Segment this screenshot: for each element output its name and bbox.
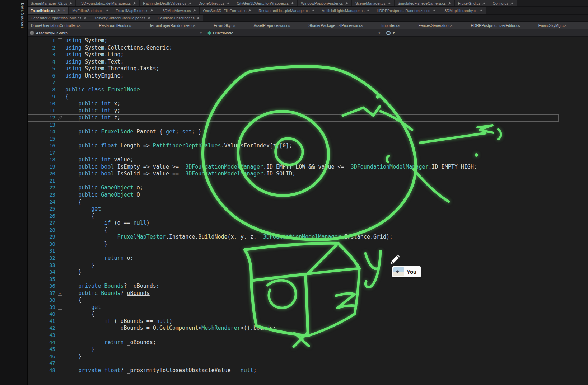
code-editor[interactable]: 1-using System;2using System.Collections…	[27, 37, 588, 385]
line-number[interactable]: 20	[27, 170, 55, 178]
pin-icon[interactable]	[479, 9, 482, 12]
code-line-32[interactable]: 32 return o;	[27, 255, 559, 262]
code-line-29[interactable]: 29 FruxelMapTester.Instance.BuildNode(x,…	[27, 234, 559, 241]
code-line-36[interactable]: 36 private Bounds? _oBounds;	[27, 283, 559, 290]
tab-fruxelmaptester-cs[interactable]: FruxelMapTester.cs	[112, 7, 157, 14]
line-number[interactable]: 12	[27, 114, 55, 122]
tab-generator2exportmaptools-cs[interactable]: Generator2ExportMapTools.cs	[27, 15, 90, 21]
fold-collapse-icon[interactable]: -	[58, 193, 62, 197]
code-line-15[interactable]: 15	[27, 136, 559, 143]
tab--3dmapviewer-cs[interactable]: _3DMapViewer.cs	[157, 7, 200, 14]
code-line-16[interactable]: 16 public float Length => PathfinderDept…	[27, 142, 559, 150]
code-line-19[interactable]: 19 public bool IsEmpty => value >= _3DFo…	[27, 164, 559, 171]
pin-icon[interactable]	[366, 9, 369, 12]
code-line-43[interactable]: 43	[27, 332, 559, 339]
tab-windowpositionfinder-cs[interactable]: WindowPositionFinder.cs	[298, 0, 352, 6]
code-line-22[interactable]: 22 public GameObject o;	[27, 184, 559, 192]
tab-enviroskymgr-cs[interactable]: EnviroSkyMgr.cs	[538, 23, 566, 28]
line-number[interactable]: 41	[27, 318, 55, 325]
code-line-3[interactable]: 3using System.Linq;	[27, 51, 559, 58]
code-line-1[interactable]: 1-using System;	[27, 37, 559, 44]
line-number[interactable]: 31	[27, 248, 55, 255]
line-number[interactable]: 18	[27, 156, 55, 164]
project-dropdown[interactable]: Assembly-CSharp ▾	[27, 29, 205, 36]
tab--3dfoundatio-delmanager-cs[interactable]: _3DFoundatio...delManager.cs	[76, 0, 140, 6]
tab-scenemanager-cs[interactable]: SceneManager.cs	[352, 0, 395, 6]
code-line-17[interactable]: 17	[27, 150, 559, 157]
pin-icon[interactable]	[248, 9, 251, 12]
line-number[interactable]: 25	[27, 206, 55, 213]
fold-collapse-icon[interactable]: -	[58, 38, 62, 43]
code-line-6[interactable]: 6using UnityEngine;	[27, 72, 559, 80]
code-line-12[interactable]: 12 public int z;	[27, 114, 559, 122]
code-line-9[interactable]: 9{	[27, 93, 559, 100]
line-number[interactable]: 9	[27, 93, 55, 100]
line-number[interactable]: 32	[27, 255, 55, 262]
tab-fencesgenerator-cs[interactable]: FencesGenerator.cs	[419, 23, 453, 28]
tab-droneorientationcontroller-cs[interactable]: DroneOrientationController.cs	[31, 23, 80, 28]
pin-icon[interactable]	[226, 2, 229, 5]
tab-artificiallightsmanager-cs[interactable]: ArtificialLightsManager.cs	[318, 7, 373, 14]
line-number[interactable]: 16	[27, 142, 55, 150]
code-line-23[interactable]: 23- public GameObject O	[27, 192, 559, 199]
line-number[interactable]: 11	[27, 107, 55, 114]
data-sources-tab[interactable]: Data Sources	[20, 3, 25, 28]
code-line-35[interactable]: 35	[27, 276, 559, 283]
code-line-10[interactable]: 10 public int x;	[27, 100, 559, 108]
line-number[interactable]: 35	[27, 276, 55, 283]
line-number[interactable]: 29	[27, 234, 55, 241]
pin-icon[interactable]	[432, 9, 435, 12]
tab-onesec3d-fileformat-cs[interactable]: OneSec3D_FileFormat.cs	[200, 7, 256, 14]
line-number[interactable]: 10	[27, 100, 55, 108]
line-number[interactable]: 27	[27, 220, 55, 227]
code-line-46[interactable]: 46 }	[27, 353, 559, 360]
pin-icon[interactable]	[311, 9, 314, 12]
pin-icon[interactable]	[105, 9, 108, 12]
tab-scenemanager-02-cs[interactable]: SceneManager_02.cs	[27, 0, 76, 6]
tab-collisionsubscriber-cs[interactable]: CollisionSubscriber.cs	[154, 15, 204, 21]
line-number[interactable]: 15	[27, 136, 55, 143]
code-line-37[interactable]: 37- public Bounds? oBounds	[27, 290, 559, 297]
pin-icon[interactable]	[345, 2, 348, 5]
tab-shaderpackage-stprocessor-cs[interactable]: ShaderPackage...stProcessor.cs	[308, 23, 363, 28]
tab-simulatedfisheyecamera-cs[interactable]: SimulatedFisheyeCamera.cs	[395, 0, 455, 6]
line-number[interactable]: 24	[27, 199, 55, 206]
tab-restaurantho-plemanager-cs[interactable]: RestaurantHo...pleManager.cs	[255, 7, 318, 14]
line-number[interactable]: 22	[27, 184, 55, 192]
pin-icon[interactable]	[132, 2, 136, 5]
pin-icon[interactable]	[193, 9, 196, 12]
tab-myeditorscripts-cs[interactable]: MyEditorScripts.cs	[69, 7, 112, 14]
line-number[interactable]: 7	[27, 79, 55, 86]
line-number[interactable]: 44	[27, 339, 55, 346]
code-line-45[interactable]: 45 }	[27, 346, 559, 353]
line-number[interactable]: 34	[27, 269, 55, 276]
fold-collapse-icon[interactable]: -	[58, 221, 62, 225]
fold-collapse-icon[interactable]: -	[58, 88, 62, 92]
tab-fruxelgrid-cs[interactable]: FruxelGrid.cs	[455, 0, 489, 6]
code-line-33[interactable]: 33 }	[27, 262, 559, 269]
line-number[interactable]: 43	[27, 332, 55, 339]
code-line-40[interactable]: 40 {	[27, 311, 559, 318]
tab-restauranthook-cs[interactable]: RestaurantHook.cs	[99, 23, 131, 28]
line-number[interactable]: 23	[27, 192, 55, 199]
line-number[interactable]: 42	[27, 325, 55, 332]
code-line-4[interactable]: 4using System.Text;	[27, 58, 559, 66]
line-number[interactable]: 39	[27, 304, 55, 311]
pin-icon[interactable]	[69, 2, 72, 5]
pin-icon[interactable]	[196, 17, 200, 20]
tab-config-cs[interactable]: Config.cs	[489, 0, 517, 6]
line-number[interactable]: 1	[27, 37, 55, 44]
tab-fruxelnode-cs[interactable]: FruxelNode.cs×	[27, 7, 69, 14]
code-line-7[interactable]: 7	[27, 79, 559, 86]
code-line-11[interactable]: 11 public int y;	[27, 107, 559, 114]
tab-hdrppostproc-randomizer-cs[interactable]: HDRPPostproc...Randomizer.cs	[373, 7, 439, 14]
line-number[interactable]: 6	[27, 72, 55, 80]
code-line-14[interactable]: 14 public FruxelNode Parent { get; set; …	[27, 128, 559, 136]
line-number[interactable]: 2	[27, 44, 55, 52]
code-line-28[interactable]: 28 {	[27, 227, 559, 234]
fold-collapse-icon[interactable]: -	[58, 305, 62, 310]
pin-icon[interactable]	[150, 9, 153, 12]
line-number[interactable]: 45	[27, 346, 55, 353]
tab-importer-cs[interactable]: Importer.cs	[381, 23, 400, 28]
tab-pathfinderdepthvalues-cs[interactable]: PathfinderDepthValues.cs	[140, 0, 195, 6]
